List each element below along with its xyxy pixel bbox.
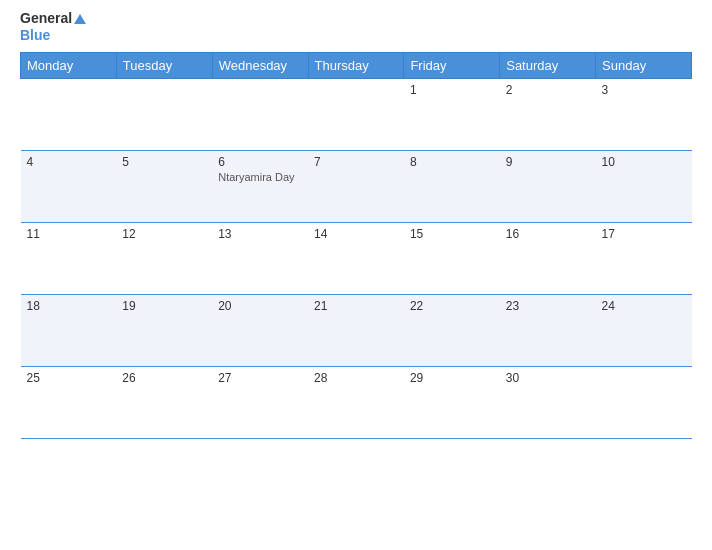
day-header-friday: Friday (404, 52, 500, 78)
day-number: 10 (602, 155, 686, 169)
day-number: 21 (314, 299, 398, 313)
day-number: 25 (27, 371, 111, 385)
day-number: 11 (27, 227, 111, 241)
day-number: 2 (506, 83, 590, 97)
calendar-cell: 6Ntaryamira Day (212, 150, 308, 222)
calendar-cell: 20 (212, 294, 308, 366)
logo-general-text: General (20, 10, 72, 27)
day-number: 20 (218, 299, 302, 313)
calendar-cell: 4 (21, 150, 117, 222)
logo-blue-text: Blue (20, 27, 50, 44)
day-header-thursday: Thursday (308, 52, 404, 78)
calendar-cell: 27 (212, 366, 308, 438)
calendar-cell (21, 78, 117, 150)
calendar-header: General Blue (20, 10, 692, 44)
day-number: 14 (314, 227, 398, 241)
calendar-cell: 11 (21, 222, 117, 294)
days-of-week-row: MondayTuesdayWednesdayThursdayFridaySatu… (21, 52, 692, 78)
day-number: 16 (506, 227, 590, 241)
day-number: 8 (410, 155, 494, 169)
calendar-cell: 23 (500, 294, 596, 366)
calendar-body: 123456Ntaryamira Day78910111213141516171… (21, 78, 692, 438)
calendar-cell: 12 (116, 222, 212, 294)
calendar-cell: 25 (21, 366, 117, 438)
calendar-cell: 22 (404, 294, 500, 366)
logo-triangle-icon (74, 14, 86, 24)
calendar-cell: 8 (404, 150, 500, 222)
week-row-1: 123 (21, 78, 692, 150)
calendar-header-row: MondayTuesdayWednesdayThursdayFridaySatu… (21, 52, 692, 78)
week-row-3: 11121314151617 (21, 222, 692, 294)
day-number: 3 (602, 83, 686, 97)
calendar-cell: 29 (404, 366, 500, 438)
calendar-cell (116, 78, 212, 150)
calendar-cell: 16 (500, 222, 596, 294)
day-number: 5 (122, 155, 206, 169)
day-number: 17 (602, 227, 686, 241)
logo: General Blue (20, 10, 86, 44)
calendar-cell (212, 78, 308, 150)
calendar-cell (308, 78, 404, 150)
calendar-cell: 24 (596, 294, 692, 366)
day-number: 19 (122, 299, 206, 313)
calendar-cell: 30 (500, 366, 596, 438)
calendar-cell: 2 (500, 78, 596, 150)
day-number: 28 (314, 371, 398, 385)
day-number: 18 (27, 299, 111, 313)
week-row-2: 456Ntaryamira Day78910 (21, 150, 692, 222)
calendar-cell: 15 (404, 222, 500, 294)
day-number: 15 (410, 227, 494, 241)
day-number: 1 (410, 83, 494, 97)
week-row-4: 18192021222324 (21, 294, 692, 366)
day-number: 23 (506, 299, 590, 313)
day-number: 7 (314, 155, 398, 169)
calendar-cell: 13 (212, 222, 308, 294)
day-header-monday: Monday (21, 52, 117, 78)
day-number: 13 (218, 227, 302, 241)
day-number: 4 (27, 155, 111, 169)
calendar-cell: 3 (596, 78, 692, 150)
calendar-cell: 19 (116, 294, 212, 366)
day-number: 22 (410, 299, 494, 313)
calendar-cell: 18 (21, 294, 117, 366)
calendar-cell: 17 (596, 222, 692, 294)
day-header-sunday: Sunday (596, 52, 692, 78)
calendar-cell: 14 (308, 222, 404, 294)
day-header-wednesday: Wednesday (212, 52, 308, 78)
day-number: 30 (506, 371, 590, 385)
calendar-table: MondayTuesdayWednesdayThursdayFridaySatu… (20, 52, 692, 439)
week-row-5: 252627282930 (21, 366, 692, 438)
calendar-cell: 28 (308, 366, 404, 438)
calendar-cell: 1 (404, 78, 500, 150)
day-header-saturday: Saturday (500, 52, 596, 78)
holiday-name: Ntaryamira Day (218, 171, 302, 183)
calendar-cell: 5 (116, 150, 212, 222)
calendar-cell: 21 (308, 294, 404, 366)
day-header-tuesday: Tuesday (116, 52, 212, 78)
day-number: 12 (122, 227, 206, 241)
day-number: 9 (506, 155, 590, 169)
calendar-cell (596, 366, 692, 438)
calendar-cell: 26 (116, 366, 212, 438)
calendar-cell: 7 (308, 150, 404, 222)
day-number: 27 (218, 371, 302, 385)
calendar-container: General Blue MondayTuesdayWednesdayThurs… (0, 0, 712, 550)
day-number: 6 (218, 155, 302, 169)
day-number: 26 (122, 371, 206, 385)
day-number: 24 (602, 299, 686, 313)
day-number: 29 (410, 371, 494, 385)
calendar-cell: 10 (596, 150, 692, 222)
calendar-cell: 9 (500, 150, 596, 222)
